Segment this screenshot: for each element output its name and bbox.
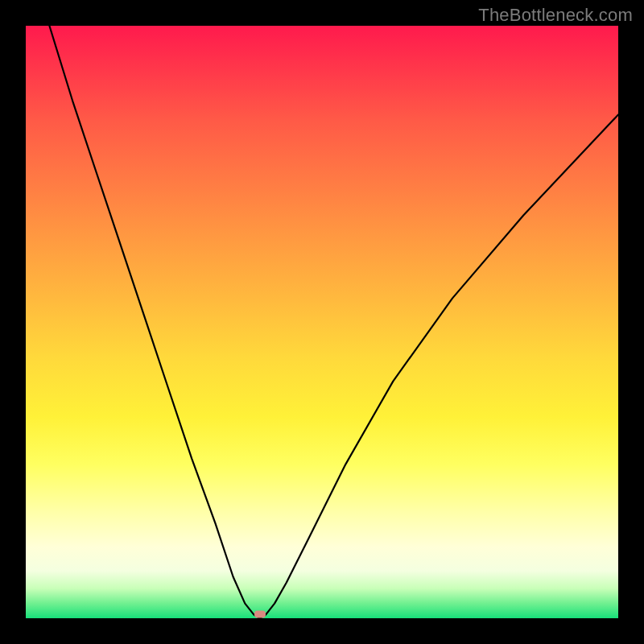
optimum-marker	[254, 610, 266, 617]
plot-area	[26, 26, 618, 618]
bottleneck-curve	[49, 26, 618, 618]
curve-svg	[26, 26, 618, 618]
watermark-text: TheBottleneck.com	[478, 5, 633, 26]
chart-frame: TheBottleneck.com	[0, 0, 644, 644]
